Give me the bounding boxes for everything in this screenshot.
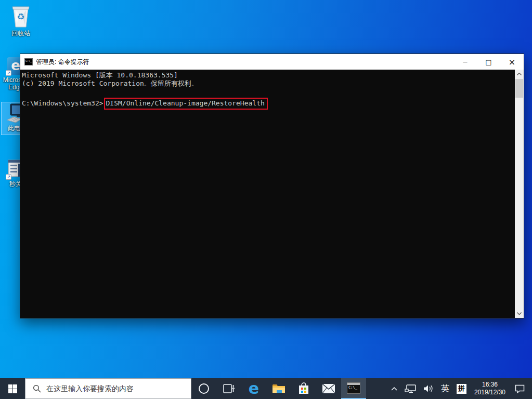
recycle-bin-icon: ♻ [10, 4, 31, 28]
clock[interactable]: 16:36 2019/12/30 [470, 378, 510, 399]
action-center-button[interactable] [510, 378, 532, 399]
task-view-icon [223, 383, 235, 394]
console-output[interactable]: Microsoft Windows [版本 10.0.18363.535] (c… [20, 70, 515, 318]
search-icon [33, 384, 41, 393]
console-prompt-line: C:\Windows\system32> DISM/Online/Cleanup… [22, 96, 515, 111]
taskbar: e [0, 378, 532, 399]
cmd-app-icon [24, 58, 33, 65]
scrollbar-thumb[interactable] [515, 79, 523, 98]
shortcut-arrow-icon: ↗ [6, 174, 11, 180]
system-tray: 英 拼 16:36 2019/12/30 [387, 378, 532, 399]
search-input[interactable] [46, 384, 191, 393]
cortana-button[interactable] [191, 378, 216, 399]
edge-icon: e [249, 381, 259, 396]
edge-taskbar-button[interactable]: e [241, 378, 266, 399]
start-button[interactable] [0, 378, 25, 399]
window-title: 管理员: 命令提示符 [36, 58, 453, 66]
mail-icon [322, 383, 335, 394]
highlighted-command: DISM/Online/Cleanup-image/RestoreHealth [104, 98, 268, 110]
console-line-copyright: (c) 2019 Microsoft Corporation。保留所有权利。 [22, 79, 515, 88]
task-view-button[interactable] [216, 378, 241, 399]
console-line-version: Microsoft Windows [版本 10.0.18363.535] [22, 71, 515, 79]
desktop-icon-recycle-bin[interactable]: ♻ 回收站 [4, 4, 38, 37]
file-explorer-button[interactable] [266, 378, 291, 399]
cortana-icon [199, 383, 209, 394]
svg-text:♻: ♻ [17, 11, 24, 22]
mail-button[interactable] [316, 378, 341, 399]
microsoft-store-button[interactable] [291, 378, 316, 399]
clock-date: 2019/12/30 [474, 389, 505, 396]
clock-time: 16:36 [474, 381, 505, 389]
close-button[interactable]: × [500, 54, 524, 70]
hidden-icons-chevron[interactable] [387, 378, 401, 399]
console-scrollbar[interactable] [515, 70, 524, 318]
network-icon[interactable] [401, 378, 420, 399]
cmd-icon [347, 382, 360, 394]
microsoft-store-icon [298, 382, 309, 395]
taskbar-search[interactable] [25, 378, 191, 399]
scroll-down-icon[interactable] [515, 309, 524, 318]
ime-pinyin-icon: 拼 [457, 384, 466, 394]
volume-icon[interactable] [420, 378, 437, 399]
scroll-up-icon[interactable] [515, 70, 524, 78]
cmd-taskbar-button[interactable] [341, 378, 366, 399]
cmd-window: 管理员: 命令提示符 ─ □ × Microsoft Windows [版本 1… [20, 54, 524, 318]
console-prompt: C:\Windows\system32> [22, 99, 103, 108]
cmd-titlebar[interactable]: 管理员: 命令提示符 ─ □ × [20, 54, 524, 70]
file-explorer-icon [272, 383, 286, 394]
minimize-button[interactable]: ─ [453, 54, 477, 70]
action-center-icon [515, 384, 525, 393]
windows-logo-icon [8, 384, 17, 393]
console-line-blank [22, 88, 515, 96]
shortcut-arrow-icon: ↗ [6, 70, 11, 76]
input-language-indicator[interactable]: 英 [437, 378, 453, 399]
maximize-button[interactable]: □ [477, 54, 500, 70]
ime-mode-indicator[interactable]: 拼 [453, 378, 470, 399]
desktop-icon-label: 回收站 [4, 30, 38, 37]
